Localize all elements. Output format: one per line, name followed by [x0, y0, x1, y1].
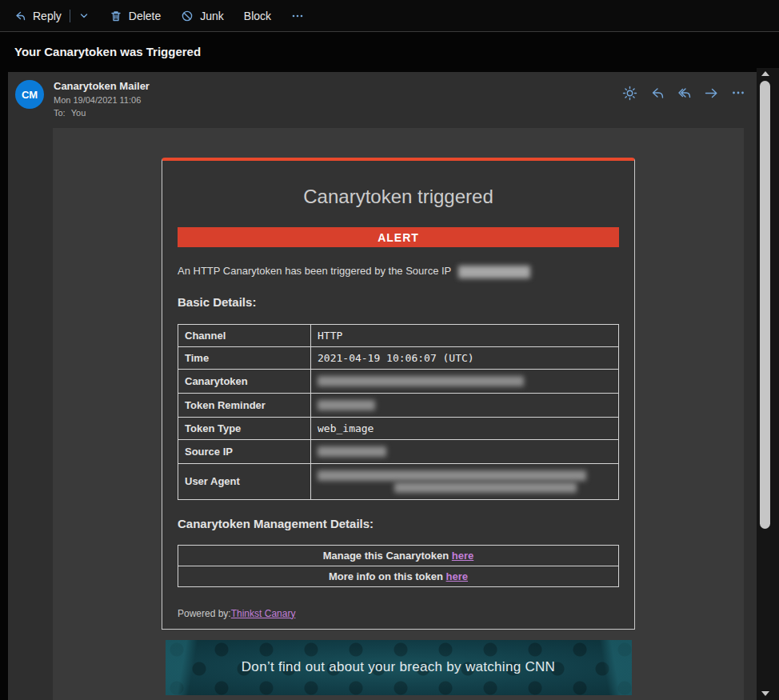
reply-all-action-button[interactable]: [676, 86, 692, 102]
block-button[interactable]: Block: [244, 10, 271, 22]
email-body: Canarytoken triggered ALERT An HTTP Cana…: [53, 128, 744, 700]
management-cell: More info on this token here: [178, 566, 619, 586]
redacted-value: [318, 446, 386, 457]
junk-button-label: Junk: [200, 10, 224, 22]
promo-banner-text: Don’t find out about your breach by watc…: [242, 659, 555, 675]
detail-label: Token Reminder: [178, 393, 311, 417]
reading-pane: CM Canarytoken Mailer Mon 19/04/2021 11:…: [8, 72, 757, 700]
intro-paragraph: An HTTP Canarytoken has been triggered b…: [178, 265, 619, 278]
detail-value: [311, 369, 619, 393]
table-row: Token Typeweb_image: [178, 417, 619, 439]
message-actions: [621, 86, 746, 102]
message-timestamp: Mon 19/04/2021 11:06: [54, 95, 150, 105]
table-row: Time2021-04-19 10:06:07 (UTC): [178, 346, 619, 369]
detail-label: Time: [178, 346, 311, 369]
subject-bar: Your Canarytoken was Triggered: [0, 32, 779, 71]
thinkst-canary-link[interactable]: Thinkst Canary: [231, 608, 296, 619]
detail-value: 2021-04-19 10:06:07 (UTC): [311, 346, 619, 369]
ellipsis-icon: [731, 86, 745, 103]
table-row: Canarytoken: [178, 369, 619, 393]
card-title: Canarytoken triggered: [162, 185, 634, 208]
scroll-down-arrow-icon[interactable]: [761, 691, 769, 696]
ellipsis-icon: [291, 10, 304, 22]
detail-value: [311, 439, 619, 463]
detail-value: HTTP: [311, 324, 619, 346]
management-here-link[interactable]: here: [446, 570, 468, 582]
trash-icon: [110, 10, 122, 22]
redacted-source-ip: [458, 266, 530, 278]
intro-text: An HTTP Canarytoken has been triggered b…: [178, 265, 451, 277]
detail-label: Channel: [178, 324, 311, 346]
reply-button[interactable]: Reply: [14, 10, 62, 22]
reply-icon: [14, 10, 26, 22]
delete-button-label: Delete: [129, 10, 161, 22]
management-text: More info on this token: [329, 570, 446, 582]
detail-value: web_image: [311, 417, 619, 439]
detail-label: Source IP: [178, 439, 311, 463]
toolbar-more-button[interactable]: [291, 10, 304, 22]
block-button-label: Block: [244, 10, 271, 22]
command-toolbar: Reply Delete Junk Block: [0, 0, 779, 32]
to-label: To:: [54, 108, 66, 118]
detail-label: User Agent: [178, 463, 311, 499]
junk-button[interactable]: Junk: [181, 10, 224, 22]
table-row: Source IP: [178, 439, 619, 463]
sender-name[interactable]: Canarytoken Mailer: [54, 80, 150, 92]
message-more-button[interactable]: [730, 86, 746, 102]
redacted-value: [394, 482, 577, 493]
to-recipient[interactable]: You: [71, 108, 86, 118]
detail-label: Canarytoken: [178, 369, 311, 393]
table-row: ChannelHTTP: [178, 324, 619, 346]
powered-by-label: Powered by:: [178, 608, 231, 619]
reply-button-label: Reply: [33, 10, 62, 22]
reply-icon: [649, 86, 665, 104]
forward-arrow-icon: [704, 86, 719, 104]
redacted-value: [318, 470, 586, 481]
delete-button[interactable]: Delete: [110, 10, 161, 22]
table-row: More info on this token here: [178, 566, 619, 586]
toolbar-divider: [70, 10, 70, 22]
table-row: Manage this Canarytoken here: [178, 545, 619, 566]
management-here-link[interactable]: here: [452, 550, 473, 562]
alert-banner: ALERT: [178, 227, 619, 247]
scrollbar[interactable]: [757, 68, 779, 700]
light-mode-toggle-button[interactable]: [621, 86, 637, 102]
redacted-value: [318, 376, 524, 386]
redacted-value: [318, 400, 375, 410]
email-subject: Your Canarytoken was Triggered: [14, 45, 201, 58]
chevron-down-icon: [78, 10, 90, 22]
management-table: Manage this Canarytoken hereMore info on…: [178, 545, 619, 587]
detail-value: [311, 463, 619, 499]
detail-value: [311, 393, 619, 417]
detail-label: Token Type: [178, 417, 311, 439]
basic-details-heading: Basic Details:: [178, 295, 619, 309]
sender-avatar[interactable]: CM: [15, 80, 44, 109]
table-row: User Agent: [178, 463, 619, 499]
management-text: Manage this Canarytoken: [323, 550, 452, 562]
management-cell: Manage this Canarytoken here: [178, 545, 619, 566]
management-heading: Canarytoken Management Details:: [178, 517, 619, 530]
sun-icon: [622, 86, 637, 104]
alert-card: Canarytoken triggered ALERT An HTTP Cana…: [162, 158, 635, 630]
forward-action-button[interactable]: [703, 86, 719, 102]
block-circle-icon: [181, 10, 194, 22]
reply-options-dropdown[interactable]: [78, 10, 90, 22]
scroll-up-arrow-icon[interactable]: [761, 71, 769, 76]
scrollbar-thumb[interactable]: [760, 81, 770, 529]
table-row: Token Reminder: [178, 393, 619, 417]
promo-banner[interactable]: Don’t find out about your breach by watc…: [166, 640, 632, 695]
powered-by: Powered by:Thinkst Canary: [178, 608, 634, 619]
reply-action-button[interactable]: [649, 86, 665, 102]
message-header: CM Canarytoken Mailer Mon 19/04/2021 11:…: [8, 72, 757, 128]
details-table: ChannelHTTPTime2021-04-19 10:06:07 (UTC)…: [178, 324, 619, 500]
reply-all-icon: [677, 86, 692, 104]
